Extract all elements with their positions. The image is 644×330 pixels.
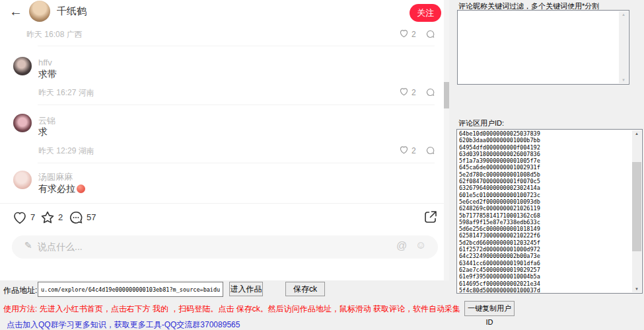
ids-scrollbar[interactable]: ▲ ▼ [632, 130, 641, 292]
comment-input-placeholder[interactable]: 说点什么... [38, 241, 83, 253]
divider [38, 104, 435, 105]
ids-scrollbar-thumb[interactable] [632, 162, 641, 251]
scroll-up-icon[interactable]: ▲ [619, 13, 628, 17]
collect-star-icon[interactable] [40, 210, 55, 226]
comment-bubble-icon[interactable] [425, 145, 435, 155]
collect-count: 2 [58, 212, 63, 222]
comment-bubble-icon[interactable] [425, 87, 435, 97]
scroll-up-icon[interactable]: ▲ [632, 132, 641, 136]
comment-count: 57 [87, 212, 96, 222]
comment-meta: 昨天 12:29 湖南 [38, 145, 94, 157]
commenter-avatar[interactable] [13, 171, 32, 189]
heart-icon[interactable] [399, 87, 409, 97]
like-heart-icon[interactable] [12, 210, 28, 226]
user-ids-textarea[interactable]: 64be10d00000000025037839 620b3daa0000000… [456, 129, 643, 294]
divider [38, 46, 435, 46]
comment-bubble-icon[interactable] [425, 29, 435, 39]
post-meta: 昨天 16:08 广西 [26, 29, 83, 40]
filter-scrollbar[interactable]: ▲ ▼ [619, 11, 628, 83]
section-divider [0, 203, 444, 204]
heart-icon[interactable] [399, 28, 409, 38]
comment-text-span: 有求必拉 [38, 183, 75, 194]
mention-at-icon[interactable]: @ [396, 240, 407, 252]
comment-like-count: 2 [411, 146, 416, 155]
comment-text: 求带 [38, 69, 57, 81]
browser-scrollbar-track[interactable] [444, 0, 449, 280]
pencil-icon: ✎ [24, 240, 32, 251]
comment-text: 有求必拉 [38, 183, 85, 195]
follow-button[interactable]: 关注 [410, 4, 441, 22]
comment-text: 求 [38, 126, 48, 138]
enter-work-button[interactable]: 进入作品 [229, 282, 263, 296]
work-url-label: 作品地址: [3, 285, 37, 296]
red-blush-emoji-icon [77, 185, 85, 193]
commenter-name[interactable]: 汤圆麻麻 [38, 171, 73, 183]
commenter-name[interactable]: 云锦 [38, 115, 55, 127]
scroll-down-icon[interactable]: ▼ [619, 78, 628, 82]
work-url-input[interactable] [38, 282, 223, 297]
keyword-filter-textarea[interactable]: ▲ ▼ [457, 10, 629, 85]
commenter-avatar[interactable] [13, 114, 32, 132]
like-count: 7 [30, 212, 35, 222]
emoji-smiley-icon[interactable]: ☺ [415, 239, 426, 251]
copy-user-ids-button[interactable]: 一键复制用户ID [464, 301, 515, 316]
back-icon[interactable]: ← [9, 4, 22, 19]
browser-scrollbar-thumb[interactable] [444, 82, 449, 108]
scroll-down-icon[interactable]: ▼ [632, 287, 641, 291]
qq-group-link[interactable]: 点击加入QQ群学习更多知识，获取更多工具-QQ交流群370089565 [7, 319, 240, 330]
app-window: ← 千纸鹤 关注 昨天 16:08 广西 2 hffv 求带 昨天 16:27 … [0, 0, 644, 330]
author-avatar[interactable] [29, 1, 50, 22]
xhs-comment-panel: ← 千纸鹤 关注 昨天 16:08 广西 2 hffv 求带 昨天 16:27 … [0, 0, 444, 280]
comment-meta: 昨天 16:27 河南 [38, 87, 94, 99]
comment-like-count: 2 [411, 88, 416, 97]
comments-icon[interactable] [68, 210, 84, 226]
save-cookie-button[interactable]: 保存ck [285, 282, 325, 296]
share-icon[interactable] [423, 209, 439, 225]
post-like-count: 2 [411, 30, 416, 39]
heart-icon[interactable] [399, 145, 409, 155]
divider [38, 163, 435, 163]
commenter-avatar[interactable] [13, 57, 32, 75]
usage-instructions: 使用方法: 先进入小红书首页，点击右下方 我的 ，扫码登陆。点击 保存ck。然后… [3, 304, 456, 315]
user-ids-label: 评论区用户ID: [458, 118, 504, 128]
user-ids-list: 64be10d00000000025037839 620b3daa0000000… [459, 130, 631, 292]
author-name[interactable]: 千纸鹤 [57, 5, 87, 18]
commenter-name[interactable]: hffv [38, 58, 52, 67]
